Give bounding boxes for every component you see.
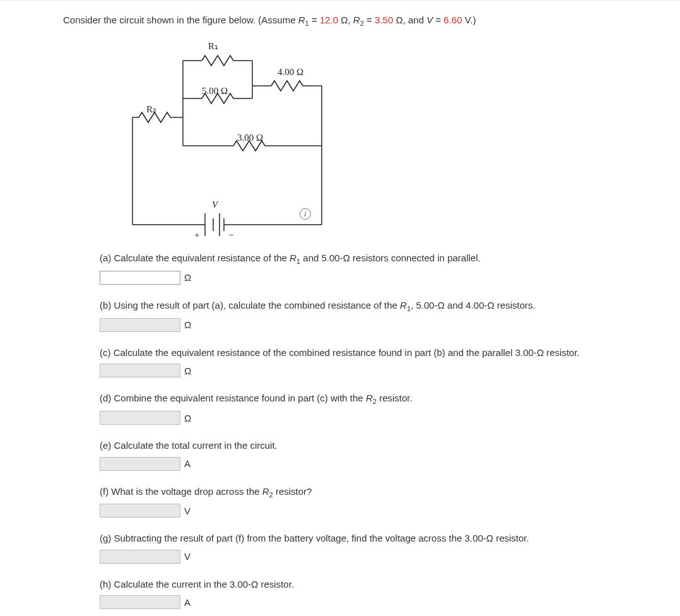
part-g-input	[100, 550, 180, 564]
intro-r2-unit: Ω, and	[393, 15, 426, 25]
part-f-pre: (f) What is the voltage drop across the	[100, 486, 262, 497]
part-f-unit: V	[184, 506, 191, 516]
part-h-input-row: A	[100, 595, 618, 609]
part-d: (d) Combine the equivalent resistance fo…	[100, 391, 618, 425]
part-h: (h) Calculate the current in the 3.00-Ω …	[100, 578, 618, 610]
part-b-post: , 5.00-Ω and 4.00-Ω resistors.	[411, 300, 536, 311]
part-e-input-row: A	[100, 457, 618, 471]
part-d-pre: (d) Combine the equivalent resistance fo…	[100, 393, 366, 403]
part-f-text: (f) What is the voltage drop across the …	[100, 485, 618, 500]
part-b-input-row: Ω	[100, 318, 618, 332]
label-r2: R₂	[146, 104, 156, 115]
part-c-input	[100, 364, 180, 377]
intro-eq3: =	[433, 15, 443, 25]
circuit-diagram: R₁ 4.00 Ω 5.00 Ω R₂ 3.00 Ω V + −	[126, 35, 385, 237]
part-d-input-row: Ω	[100, 411, 618, 425]
part-h-unit: A	[184, 597, 191, 608]
part-a-input-row: Ω	[100, 271, 618, 285]
part-d-unit: Ω	[184, 413, 191, 424]
intro-r1-sym: R	[298, 15, 305, 25]
page: Consider the circuit shown in the figure…	[0, 0, 680, 616]
intro-v-unit: V.)	[462, 15, 476, 25]
intro-r1-val: 12.0	[320, 15, 338, 25]
part-f-post: resistor?	[273, 486, 312, 497]
part-d-post: resistor.	[377, 393, 413, 403]
part-h-text: (h) Calculate the current in the 3.00-Ω …	[100, 578, 618, 592]
info-icon-glyph: i	[304, 210, 306, 219]
intro-r2-val: 3.50	[375, 15, 393, 25]
label-r5: 5.00 Ω	[202, 86, 228, 97]
part-e-unit: A	[184, 458, 191, 469]
part-b-text: (b) Using the result of part (a), calcul…	[100, 299, 618, 314]
part-d-text: (d) Combine the equivalent resistance fo…	[100, 391, 618, 407]
part-a-text: (a) Calculate the equivalent resistance …	[100, 251, 618, 267]
part-b-unit: Ω	[184, 319, 191, 330]
intro-v-val: 6.60	[443, 15, 462, 25]
part-g-unit: V	[184, 551, 191, 562]
part-b-input	[100, 318, 180, 332]
part-f-input-row: V	[100, 504, 618, 518]
intro-prefix: Consider the circuit shown in the figure…	[63, 15, 298, 25]
part-g-input-row: V	[100, 550, 618, 564]
part-e: (e) Calculate the total current in the c…	[100, 439, 618, 471]
part-a-post: and 5.00-Ω resistors connected in parall…	[300, 252, 481, 263]
part-h-input	[100, 595, 180, 609]
part-d-input	[100, 411, 180, 425]
part-f: (f) What is the voltage drop across the …	[100, 485, 618, 518]
intro-r1-unit: Ω,	[338, 15, 353, 25]
problem-intro: Consider the circuit shown in the figure…	[63, 13, 618, 29]
label-minus: −	[228, 230, 233, 240]
intro-eq1: =	[309, 15, 320, 25]
part-b: (b) Using the result of part (a), calcul…	[100, 299, 618, 332]
part-a-input[interactable]	[100, 271, 180, 285]
part-b-pre: (b) Using the result of part (a), calcul…	[100, 300, 400, 311]
part-g: (g) Subtracting the result of part (f) f…	[100, 531, 618, 564]
intro-v-sym: V	[426, 15, 433, 25]
part-b-sym: R	[400, 300, 407, 311]
label-v: V	[212, 199, 218, 210]
part-c-input-row: Ω	[100, 364, 618, 377]
part-f-sym: R	[262, 486, 269, 497]
part-a-sym: R	[290, 252, 296, 263]
problem-content: Consider the circuit shown in the figure…	[0, 6, 618, 616]
part-d-sym: R	[366, 393, 373, 403]
label-plus: +	[194, 230, 199, 240]
part-c-text: (c) Calculate the equivalent resistance …	[100, 346, 618, 360]
part-a-pre: (a) Calculate the equivalent resistance …	[100, 252, 290, 263]
part-a: (a) Calculate the equivalent resistance …	[100, 251, 618, 285]
part-f-input	[100, 504, 180, 518]
intro-eq2: =	[364, 15, 375, 25]
part-c-unit: Ω	[184, 365, 191, 376]
label-r1: R₁	[208, 40, 218, 52]
part-e-text: (e) Calculate the total current in the c…	[100, 439, 618, 453]
info-icon[interactable]: i	[300, 208, 311, 220]
part-g-text: (g) Subtracting the result of part (f) f…	[100, 531, 618, 546]
label-r3: 3.00 Ω	[237, 133, 263, 143]
intro-r2-sym: R	[353, 15, 360, 25]
part-a-unit: Ω	[184, 272, 191, 283]
part-e-input	[100, 457, 180, 471]
label-r4: 4.00 Ω	[278, 67, 303, 78]
part-c: (c) Calculate the equivalent resistance …	[100, 346, 618, 378]
